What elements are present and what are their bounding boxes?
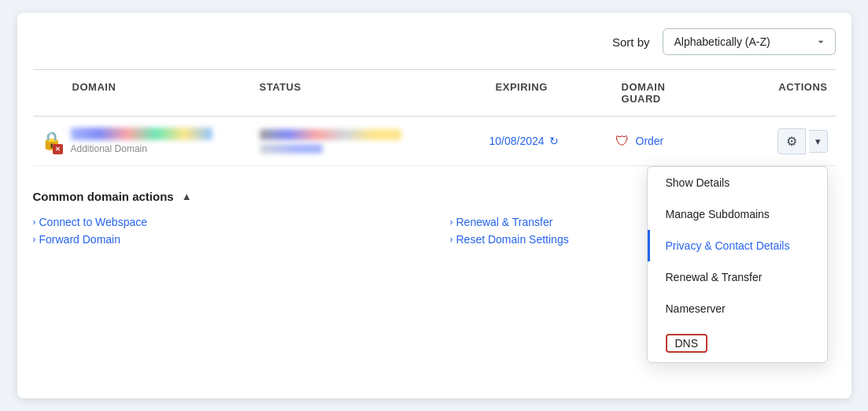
chevron-right-icon: › — [450, 234, 453, 245]
chevron-right-icon: › — [33, 234, 36, 245]
common-actions-title: Common domain actions — [33, 190, 174, 203]
table-header: DOMAIN STATUS EXPIRING DOMAINGUARD ACTIO… — [33, 69, 836, 117]
lock-icon-wrap: 🔒 ✕ — [41, 128, 63, 154]
status-blur-line1 — [260, 129, 401, 140]
dropdown-show-details[interactable]: Show Details — [648, 167, 827, 198]
actions-chevron-button[interactable]: ▾ — [809, 130, 828, 153]
gear-button[interactable]: ⚙ — [778, 128, 806, 154]
dropdown-renewal-transfer[interactable]: Renewal & Transfer — [648, 261, 827, 293]
th-status: STATUS — [253, 78, 489, 108]
expiring-date: 10/08/2024 — [489, 135, 545, 147]
domain-guard-cell: 🛡 Order — [615, 133, 741, 150]
common-actions-chevron-icon[interactable]: ▲ — [182, 191, 192, 202]
table-row: 🔒 ✕ Additional Domain 10/08/2024 ↻ 🛡 Ord… — [33, 117, 836, 166]
chevron-right-icon: › — [450, 217, 453, 228]
lock-x-icon: ✕ — [53, 144, 63, 154]
dropdown-manage-subdomains[interactable]: Manage Subdomains — [648, 198, 827, 230]
dns-highlight-box: DNS — [666, 334, 708, 353]
sort-label: Sort by — [612, 35, 650, 49]
domain-cell: 🔒 ✕ Additional Domain — [33, 128, 253, 154]
domain-sub: Additional Domain — [71, 143, 212, 154]
dropdown-privacy-contact[interactable]: Privacy & Contact Details — [648, 230, 827, 261]
main-card: Sort by Alphabetically (A-Z) Alphabetica… — [17, 13, 851, 398]
order-link[interactable]: Order — [636, 135, 664, 147]
dropdown-dns[interactable]: DNS — [648, 324, 827, 362]
chevron-right-icon: › — [33, 217, 36, 228]
action-forward-domain[interactable]: › Forward Domain — [33, 233, 419, 246]
sort-select[interactable]: Alphabetically (A-Z) Alphabetically (Z-A… — [663, 28, 836, 55]
th-domain-guard: DOMAINGUARD — [615, 78, 741, 108]
actions-dropdown: Show Details Manage Subdomains Privacy &… — [647, 166, 828, 363]
status-blur-line2 — [260, 144, 323, 154]
th-domain: DOMAIN — [33, 78, 253, 108]
action-connect-webspace[interactable]: › Connect to Webspace — [33, 216, 419, 228]
dropdown-nameserver[interactable]: Nameserver — [648, 293, 827, 324]
actions-cell: ⚙ ▾ Show Details Manage Subdomains Priva… — [741, 128, 836, 154]
domain-name-wrap: Additional Domain — [71, 128, 212, 154]
shield-icon: 🛡 — [615, 133, 630, 150]
expiring-cell: 10/08/2024 ↻ — [489, 135, 615, 147]
status-cell — [253, 129, 489, 154]
sort-row: Sort by Alphabetically (A-Z) Alphabetica… — [33, 28, 836, 55]
refresh-icon[interactable]: ↻ — [549, 135, 559, 147]
th-actions: ACTIONS — [741, 78, 836, 108]
th-expiring: EXPIRING — [489, 78, 615, 108]
domain-name-blur — [71, 128, 212, 140]
